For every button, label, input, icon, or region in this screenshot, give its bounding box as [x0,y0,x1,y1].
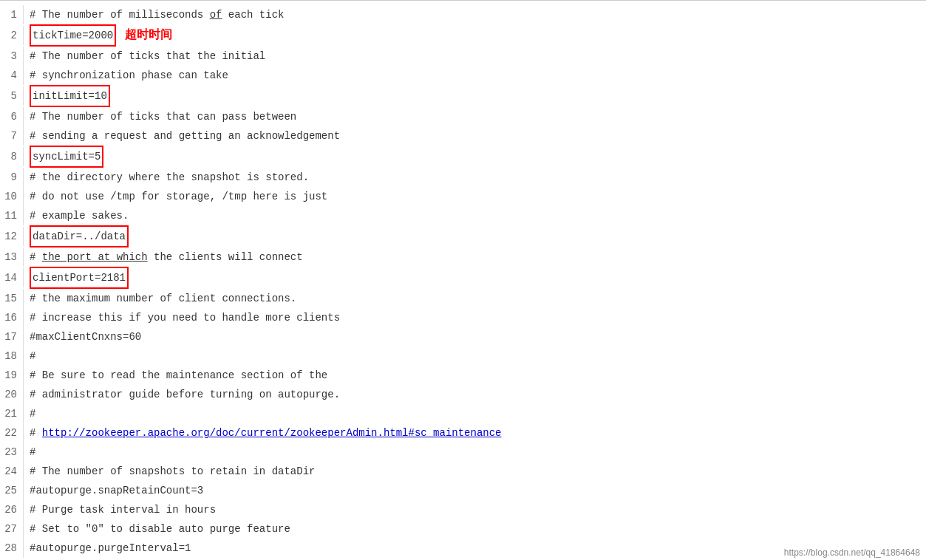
line-number-10: 10 [3,187,24,206]
line-content-7: # sending a request and getting an ackno… [30,126,923,146]
line-content-18: # [30,346,923,366]
line-content-21: # [30,404,923,423]
line-content-12: dataDir=../data [30,225,923,247]
line-number-15: 15 [3,289,24,308]
line-content-15: # the maximum number of client connectio… [30,289,923,308]
line-number-12: 12 [3,227,24,246]
zookeeper-link[interactable]: http://zookeeper.apache.org/doc/current/… [42,427,502,439]
code-line-9: 9 # the directory where the snapshot is … [0,168,926,187]
line-number-1: 1 [3,5,24,24]
ticktime-value: tickTime=2000 [30,24,116,47]
code-line-3: 3 # The number of ticks that the initial [0,47,926,66]
clientport-value: clientPort=2181 [30,267,129,289]
line-number-18: 18 [3,346,24,366]
code-line-13: 13 # the port at which the clients will … [0,247,926,267]
line-content-27: # Set to "0" to disable auto purge featu… [30,519,923,539]
line-content-24: # The number of snapshots to retain in d… [30,462,923,481]
code-line-27: 27 # Set to "0" to disable auto purge fe… [0,519,926,539]
line-number-23: 23 [3,443,24,462]
code-line-14: 14 clientPort=2181 [0,267,926,289]
code-line-21: 21 # [0,404,926,423]
code-line-8: 8 syncLimit=5 [0,146,926,168]
datadir-value: dataDir=../data [30,225,129,247]
line-number-9: 9 [3,168,24,187]
code-line-11: 11 # example sakes. [0,206,926,225]
line-number-7: 7 [3,126,24,146]
line-content-19: # Be sure to read the maintenance sectio… [30,366,923,385]
line-content-20: # administrator guide before turning on … [30,385,923,404]
code-line-23: 23 # [0,443,926,462]
line-content-5: initLimit=10 [30,85,923,107]
line-content-2: tickTime=2000超时时间 [30,24,923,47]
line-content-9: # the directory where the snapshot is st… [30,168,923,187]
line-content-11: # example sakes. [30,206,923,225]
code-line-12: 12 dataDir=../data [0,225,926,247]
line-content-16: # increase this if you need to handle mo… [30,308,923,327]
code-line-16: 16 # increase this if you need to handle… [0,308,926,327]
line-number-20: 20 [3,385,24,404]
line-number-2: 2 [3,26,24,45]
watermark: https://blog.csdn.net/qq_41864648 [784,547,920,558]
initlimit-value: initLimit=10 [30,85,110,107]
line-content-3: # The number of ticks that the initial [30,47,923,66]
line-number-14: 14 [3,268,24,287]
annotation-label: 超时时间 [125,28,172,41]
code-line-7: 7 # sending a request and getting an ack… [0,126,926,146]
code-line-6: 6 # The number of ticks that can pass be… [0,107,926,126]
synclimit-value: syncLimit=5 [30,146,103,168]
line-content-14: clientPort=2181 [30,267,923,289]
line-number-22: 22 [3,423,24,443]
code-line-24: 24 # The number of snapshots to retain i… [0,462,926,481]
line-number-24: 24 [3,462,24,481]
code-line-18: 18 # [0,346,926,366]
line-number-21: 21 [3,404,24,423]
code-line-5: 5 initLimit=10 [0,85,926,107]
line-content-23: # [30,443,923,462]
line-content-10: # do not use /tmp for storage, /tmp here… [30,187,923,206]
line-number-11: 11 [3,206,24,225]
code-line-17: 17 #maxClientCnxns=60 [0,327,926,346]
code-line-10: 10 # do not use /tmp for storage, /tmp h… [0,187,926,206]
line-number-3: 3 [3,47,24,66]
code-line-1: 1 # The number of milliseconds of each t… [0,5,926,24]
code-line-22: 22 # http://zookeeper.apache.org/doc/cur… [0,423,926,443]
line-number-16: 16 [3,308,24,327]
code-line-4: 4 # synchronization phase can take [0,66,926,85]
line-number-27: 27 [3,519,24,539]
line-number-28: 28 [3,539,24,558]
code-viewer: 1 # The number of milliseconds of each t… [0,2,926,560]
line-content-4: # synchronization phase can take [30,66,923,85]
line-number-6: 6 [3,107,24,126]
line-number-5: 5 [3,86,24,106]
line-number-4: 4 [3,66,24,85]
line-number-13: 13 [3,247,24,267]
line-content-8: syncLimit=5 [30,146,923,168]
line-content-1: # The number of milliseconds of each tic… [30,5,923,24]
line-content-26: # Purge task interval in hours [30,500,923,519]
line-number-19: 19 [3,366,24,385]
line-number-26: 26 [3,500,24,519]
line-content-17: #maxClientCnxns=60 [30,327,923,346]
line-number-25: 25 [3,481,24,500]
line-content-22: # http://zookeeper.apache.org/doc/curren… [30,423,923,443]
line-number-17: 17 [3,327,24,346]
line-content-25: #autopurge.snapRetainCount=3 [30,481,923,500]
code-line-20: 20 # administrator guide before turning … [0,385,926,404]
code-line-25: 25 #autopurge.snapRetainCount=3 [0,481,926,500]
line-number-8: 8 [3,147,24,166]
code-line-26: 26 # Purge task interval in hours [0,500,926,519]
line-content-6: # The number of ticks that can pass betw… [30,107,923,126]
code-line-19: 19 # Be sure to read the maintenance sec… [0,366,926,385]
code-line-2: 2 tickTime=2000超时时间 [0,24,926,47]
line-content-13: # the port at which the clients will con… [30,247,923,267]
code-line-15: 15 # the maximum number of client connec… [0,289,926,308]
